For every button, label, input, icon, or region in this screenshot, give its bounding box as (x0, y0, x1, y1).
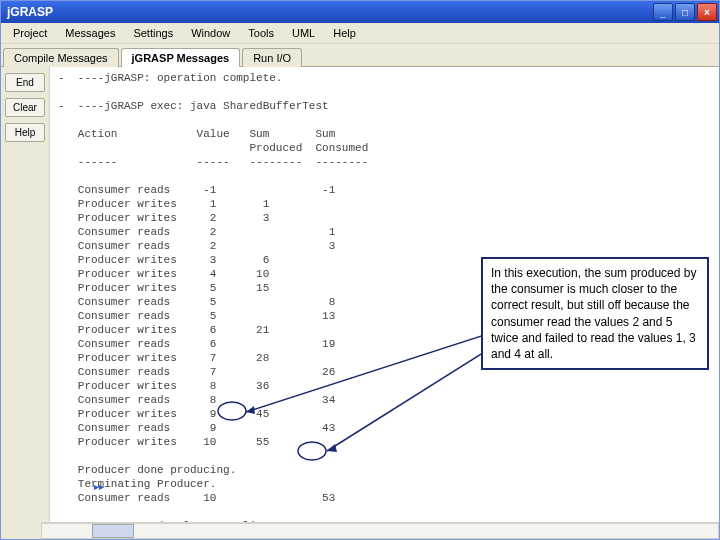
tab-compile-messages[interactable]: Compile Messages (3, 48, 119, 67)
end-button[interactable]: End (5, 73, 45, 92)
horizontal-scrollbar[interactable] (41, 522, 719, 539)
menu-window[interactable]: Window (183, 25, 238, 41)
menu-settings[interactable]: Settings (125, 25, 181, 41)
clear-button[interactable]: Clear (5, 98, 45, 117)
scrollbar-track[interactable] (41, 523, 719, 539)
scrollbar-thumb[interactable] (92, 524, 134, 538)
output-panel[interactable]: - ----jGRASP: operation complete. - ----… (50, 67, 719, 525)
maximize-button[interactable]: □ (675, 3, 695, 21)
tab-strip: Compile Messages jGRASP Messages Run I/O (1, 44, 719, 67)
menu-uml[interactable]: UML (284, 25, 323, 41)
close-button[interactable]: × (697, 3, 717, 21)
menu-messages[interactable]: Messages (57, 25, 123, 41)
tab-run-io[interactable]: Run I/O (242, 48, 302, 67)
help-button[interactable]: Help (5, 123, 45, 142)
collapse-icon[interactable]: ▸▸ (94, 481, 108, 495)
tab-jgrasp-messages[interactable]: jGRASP Messages (121, 48, 241, 67)
menubar: Project Messages Settings Window Tools U… (1, 23, 719, 44)
left-button-bar: End Clear Help (1, 67, 50, 525)
content-body: End Clear Help - ----jGRASP: operation c… (1, 67, 719, 525)
titlebar: jGRASP _ □ × (1, 1, 719, 23)
window-controls: _ □ × (653, 3, 717, 21)
menu-project[interactable]: Project (5, 25, 55, 41)
menu-help[interactable]: Help (325, 25, 364, 41)
app-window: jGRASP _ □ × Project Messages Settings W… (0, 0, 720, 540)
minimize-button[interactable]: _ (653, 3, 673, 21)
menu-tools[interactable]: Tools (240, 25, 282, 41)
app-title: jGRASP (7, 5, 53, 19)
annotation-callout: In this execution, the sum produced by t… (481, 257, 709, 370)
